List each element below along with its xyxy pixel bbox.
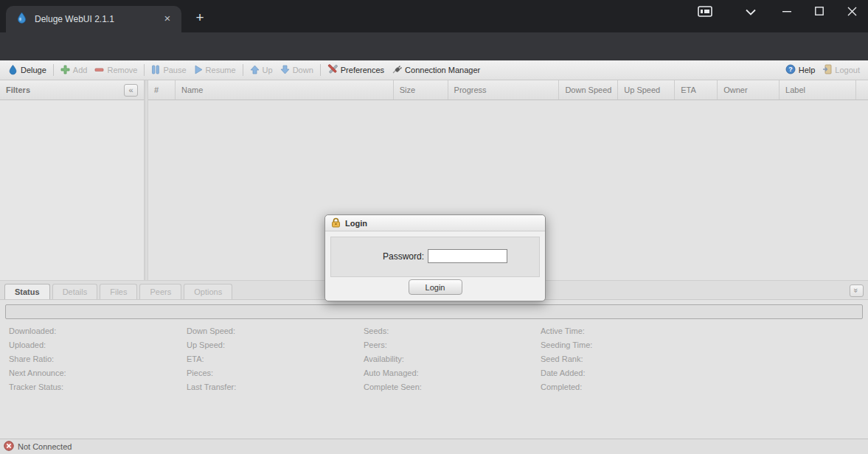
connection-status-text[interactable]: Not Connected	[18, 442, 72, 451]
up-icon	[250, 65, 260, 76]
tab-search-chevron-icon[interactable]	[737, 2, 764, 21]
tab-details[interactable]: Details	[52, 284, 98, 299]
close-window-button[interactable]	[836, 0, 868, 22]
status-panel: Downloaded: Uploaded: Share Ratio: Next …	[0, 299, 868, 439]
panel-collapse-button[interactable]: »	[850, 284, 864, 297]
status-fields-col4: Active Time: Seeding Time: Seed Rank: Da…	[541, 324, 592, 394]
preferences-icon	[327, 64, 338, 76]
logout-icon	[822, 64, 832, 76]
browser-tabstrip: Deluge WebUI 2.1.1 × +	[0, 0, 868, 32]
column-header-eta[interactable]: ETA	[675, 80, 718, 99]
field-peers: Peers:	[364, 338, 422, 352]
field-last-transfer: Last Transfer:	[187, 380, 236, 394]
login-dialog: Login Password: Login	[324, 214, 546, 301]
connection-statusbar: Not Connected	[0, 439, 868, 454]
status-fields-col3: Seeds: Peers: Availability: Auto Managed…	[364, 324, 422, 394]
field-completed: Completed:	[541, 380, 592, 394]
maximize-button[interactable]	[803, 0, 836, 22]
tab-peers[interactable]: Peers	[139, 284, 181, 299]
queue-down-button[interactable]: Down	[277, 63, 317, 78]
not-connected-icon	[4, 441, 14, 453]
password-input[interactable]	[428, 249, 507, 263]
tab-files[interactable]: Files	[100, 284, 137, 299]
filters-title: Filters	[6, 85, 124, 94]
toolbar-separator	[53, 64, 54, 76]
svg-text:?: ?	[788, 66, 793, 73]
media-controls-icon[interactable]	[692, 2, 718, 21]
tab-close-icon[interactable]: ×	[161, 13, 174, 26]
logout-button[interactable]: Logout	[819, 62, 864, 78]
deluge-label: Deluge	[21, 66, 46, 74]
filters-collapse-button[interactable]: «	[124, 84, 138, 97]
login-dialog-titlebar[interactable]: Login	[325, 215, 545, 231]
login-dialog-title: Login	[345, 219, 367, 228]
queue-up-button[interactable]: Up	[246, 63, 277, 78]
column-header-label[interactable]: Label	[780, 80, 856, 99]
field-seeds: Seeds:	[364, 324, 422, 338]
minimize-button[interactable]	[771, 0, 803, 22]
remove-icon	[94, 65, 104, 76]
field-next-announce: Next Announce:	[9, 366, 66, 380]
deluge-home-button[interactable]: Deluge	[4, 62, 50, 79]
preferences-button[interactable]: Preferences	[324, 62, 388, 78]
remove-torrent-button[interactable]: Remove	[91, 63, 141, 78]
browser-tab[interactable]: Deluge WebUI 2.1.1 ×	[6, 6, 181, 32]
torrent-progress-bar	[5, 304, 863, 319]
screen: Deluge WebUI 2.1.1 × + ← → ⟳	[0, 0, 868, 454]
column-header-owner[interactable]: Owner	[718, 80, 780, 99]
plug-icon	[392, 65, 402, 76]
tab-status[interactable]: Status	[4, 284, 50, 299]
filters-panel-header: Filters «	[0, 80, 145, 100]
toolbar-separator	[243, 64, 243, 76]
pause-button[interactable]: Pause	[147, 63, 190, 78]
status-fields-col1: Downloaded: Uploaded: Share Ratio: Next …	[9, 324, 66, 394]
chevron-double-down-icon: »	[852, 288, 862, 293]
column-header-filler	[856, 80, 868, 99]
status-fields-col2: Down Speed: Up Speed: ETA: Pieces: Last …	[187, 324, 236, 394]
new-tab-button[interactable]: +	[190, 9, 209, 28]
resume-button[interactable]: Resume	[190, 63, 240, 78]
field-up-speed: Up Speed:	[187, 338, 236, 352]
tab-options[interactable]: Options	[184, 284, 232, 299]
field-share-ratio: Share Ratio:	[9, 352, 66, 366]
pause-icon	[151, 65, 160, 76]
column-header-name[interactable]: Name	[176, 80, 394, 99]
field-downloaded: Downloaded:	[9, 324, 66, 338]
torrent-grid-header: # Name Size Progress Down Speed Up Speed…	[148, 80, 868, 100]
deluge-logo-icon	[8, 64, 18, 77]
filters-panel[interactable]	[0, 100, 145, 280]
column-header-size[interactable]: Size	[394, 80, 448, 99]
login-submit-button[interactable]: Login	[409, 279, 462, 295]
down-icon	[280, 65, 290, 76]
field-seed-rank: Seed Rank:	[541, 352, 592, 366]
deluge-toolbar: Deluge Add Remove Pause Resume	[0, 60, 868, 80]
column-header-down-speed[interactable]: Down Speed	[559, 80, 618, 99]
column-header-progress[interactable]: Progress	[448, 80, 560, 99]
column-header-up-speed[interactable]: Up Speed	[618, 80, 675, 99]
toolbar-separator	[144, 64, 145, 76]
browser-toolbar: ← → ⟳ Inseguro 192.168.0.117:8112 A ☆	[0, 32, 868, 60]
toolbar-separator	[320, 64, 321, 76]
column-header-number[interactable]: #	[148, 80, 176, 99]
lock-icon	[331, 217, 341, 229]
password-label: Password:	[331, 251, 428, 262]
add-icon	[60, 65, 70, 76]
field-tracker-status: Tracker Status:	[9, 380, 66, 394]
field-eta: ETA:	[187, 352, 236, 366]
add-torrent-button[interactable]: Add	[57, 63, 91, 78]
field-active-time: Active Time:	[541, 324, 592, 338]
field-uploaded: Uploaded:	[9, 338, 66, 352]
help-icon: ?	[785, 64, 796, 76]
field-seeding-time: Seeding Time:	[541, 338, 592, 352]
field-auto-managed: Auto Managed:	[364, 366, 422, 380]
resume-icon	[194, 65, 203, 76]
deluge-favicon-icon	[16, 12, 27, 27]
field-complete-seen: Complete Seen:	[364, 380, 422, 394]
login-form-panel: Password:	[330, 237, 540, 277]
field-availability: Availability:	[364, 352, 422, 366]
tab-title: Deluge WebUI 2.1.1	[35, 14, 161, 24]
connection-manager-button[interactable]: Connection Manager	[388, 63, 484, 78]
field-pieces: Pieces:	[187, 366, 236, 380]
help-button[interactable]: ? Help	[782, 62, 819, 78]
field-date-added: Date Added:	[541, 366, 592, 380]
